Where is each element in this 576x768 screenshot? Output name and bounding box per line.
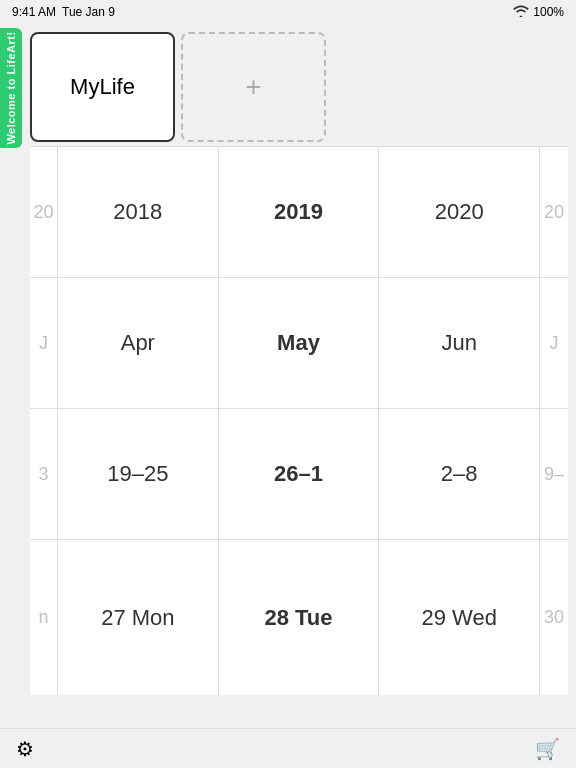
- day-cell-mon[interactable]: 27 Mon: [58, 540, 219, 695]
- month-row: J Apr May Jun J: [30, 277, 568, 408]
- status-time: 9:41 AM: [12, 5, 56, 19]
- status-date: Tue Jan 9: [62, 5, 115, 19]
- day-section: n 27 Mon 28 Tue 29 Wed 30: [0, 539, 576, 695]
- top-cards-row: MyLife +: [0, 24, 576, 146]
- battery-status: 100%: [533, 5, 564, 19]
- week-section: 3 19–25 26–1 2–8 9–: [0, 408, 576, 539]
- add-card[interactable]: +: [181, 32, 326, 142]
- month-cell-may[interactable]: May: [219, 278, 380, 408]
- day-row: n 27 Mon 28 Tue 29 Wed 30: [30, 539, 568, 695]
- status-bar: 9:41 AM Tue Jan 9 100%: [0, 0, 576, 24]
- week-cell-19-25[interactable]: 19–25: [58, 409, 219, 539]
- status-right: 100%: [513, 5, 564, 20]
- mylife-label: MyLife: [70, 74, 135, 100]
- month-section: J Apr May Jun J: [0, 277, 576, 408]
- week-peek-left: 3: [30, 409, 58, 539]
- day-peek-left: n: [30, 540, 58, 695]
- year-peek-left: 20: [30, 147, 58, 277]
- month-peek-right: J: [540, 278, 568, 408]
- wifi-icon: [513, 5, 529, 20]
- month-cell-jun[interactable]: Jun: [379, 278, 540, 408]
- year-peek-right: 20: [540, 147, 568, 277]
- year-cell-2019[interactable]: 2019: [219, 147, 380, 277]
- add-icon: +: [245, 71, 261, 103]
- week-cell-26-1[interactable]: 26–1: [219, 409, 380, 539]
- month-cell-apr[interactable]: Apr: [58, 278, 219, 408]
- bottom-bar: ⚙ 🛒: [0, 728, 576, 768]
- day-peek-right: 30: [540, 540, 568, 695]
- year-row: 20 2018 2019 2020 20: [30, 146, 568, 277]
- main-content: MyLife + 20 2018 2019 2020 20: [0, 24, 576, 728]
- year-cell-2018[interactable]: 2018: [58, 147, 219, 277]
- day-cell-wed[interactable]: 29 Wed: [379, 540, 540, 695]
- week-peek-right: 9–: [540, 409, 568, 539]
- day-cell-tue[interactable]: 28 Tue: [219, 540, 380, 695]
- week-cell-2-8[interactable]: 2–8: [379, 409, 540, 539]
- week-row: 3 19–25 26–1 2–8 9–: [30, 408, 568, 539]
- year-section: 20 2018 2019 2020 20: [0, 146, 576, 277]
- year-cell-2020[interactable]: 2020: [379, 147, 540, 277]
- mylife-card[interactable]: MyLife: [30, 32, 175, 142]
- cart-icon[interactable]: 🛒: [535, 737, 560, 761]
- settings-icon[interactable]: ⚙: [16, 737, 34, 761]
- month-peek-left: J: [30, 278, 58, 408]
- status-left: 9:41 AM Tue Jan 9: [12, 5, 115, 19]
